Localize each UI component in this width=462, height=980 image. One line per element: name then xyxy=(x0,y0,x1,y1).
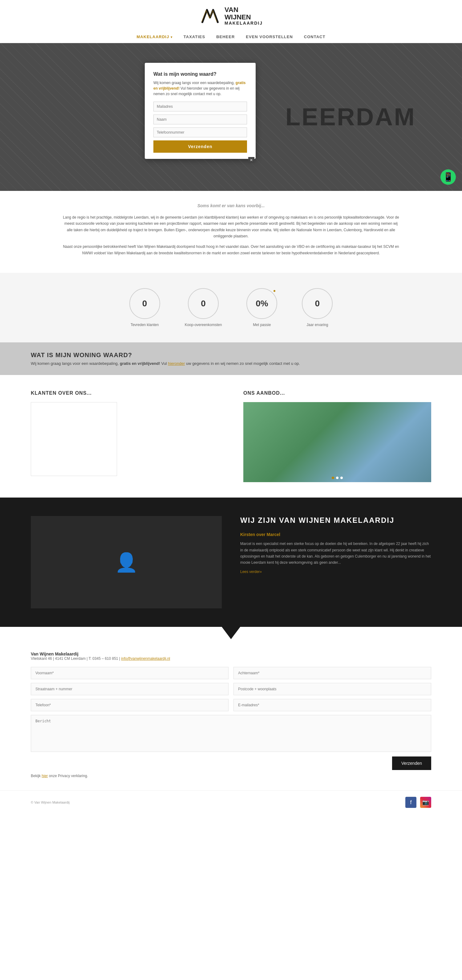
site-header: VAN WIJNEN MAKELAARDIJ MAKELAARDIJ ▾ TAX… xyxy=(0,0,462,43)
email-input[interactable] xyxy=(233,699,431,711)
modal-submit-button[interactable]: Verzenden xyxy=(153,140,247,153)
logo-wijnen: WIJNEN xyxy=(225,14,263,21)
company-email-link[interactable]: info@vanwijnenmakelaardij.nl xyxy=(121,656,170,661)
stat-circle-jaar: 0 xyxy=(302,288,333,319)
whatsapp-icon: 📱 xyxy=(443,172,454,182)
facebook-icon[interactable]: f xyxy=(405,797,416,808)
nav-even-voorstellen[interactable]: EVEN VOORSTELLEN xyxy=(246,35,293,39)
stat-circle-tevreden: 0 xyxy=(129,288,160,319)
straatnaam-input[interactable] xyxy=(31,683,229,695)
company-info: Van Wijnen Makelaardij Vlietskant 46 | 4… xyxy=(31,651,431,661)
footer-form-section: Van Wijnen Makelaardij Vlietskant 46 | 4… xyxy=(0,639,462,790)
bericht-textarea[interactable] xyxy=(31,715,431,752)
stats-section: 0 Tevreden klanten 0 Koop-overeenkomsten… xyxy=(0,273,462,342)
stat-circle-passie: 0% xyxy=(246,288,277,319)
whatsapp-button[interactable]: 📱 xyxy=(440,169,456,185)
review-box xyxy=(31,402,117,476)
privacy-text: Bekijk hier onze Privacy verklaring. xyxy=(31,774,431,778)
image-dots xyxy=(332,477,343,479)
company-address: Vlietskant 46 | 4141 CM Leerdam | T: 034… xyxy=(31,656,431,661)
facebook-logo: f xyxy=(410,799,411,806)
nav-taxaties[interactable]: TAXATIES xyxy=(183,35,205,39)
instagram-icon[interactable]: 📷 xyxy=(420,797,431,808)
submit-row: Verzenden xyxy=(31,756,431,770)
van-wijnen-body: Marcel is een specialist met een sterke … xyxy=(240,541,431,566)
modal-description: Wij komen graag langs voor een waardebep… xyxy=(153,80,247,97)
main-nav: MAKELAARDIJ ▾ TAXATIES BEHEER EVEN VOORS… xyxy=(137,31,325,43)
modal-email-input[interactable] xyxy=(153,102,247,111)
stat-label-passie: Met passie xyxy=(253,323,271,327)
van-wijnen-read-more[interactable]: Lees verder» xyxy=(240,570,262,574)
property-image xyxy=(243,402,431,482)
klanten-column: KLANTEN OVER ONS... xyxy=(31,390,231,482)
stat-label-jaar: Jaar ervaring xyxy=(306,323,328,327)
woning-banner-text: Wij komen graag langs voor een waardebep… xyxy=(31,361,431,366)
woning-banner-title: WAT IS MIJN WONING WAARD? xyxy=(31,352,431,359)
img-dot-3[interactable] xyxy=(340,477,343,479)
stat-circle-koop: 0 xyxy=(188,288,219,319)
stat-koop: 0 Koop-overeenkomsten xyxy=(185,288,222,327)
form-submit-button[interactable]: Verzenden xyxy=(392,756,431,770)
logo[interactable]: VAN WIJNEN MAKELAARDIJ xyxy=(199,6,263,26)
logo-makelaardij: MAKELAARDIJ xyxy=(225,21,263,25)
triangle-section xyxy=(0,627,462,639)
stat-passie: 0% Met passie xyxy=(246,288,277,327)
stat-jaar: 0 Jaar ervaring xyxy=(302,288,333,327)
name-row xyxy=(31,667,431,679)
intro-subtitle: Soms komt er van kans voorbij... xyxy=(62,203,400,208)
privacy-link[interactable]: hier xyxy=(41,774,48,778)
achternaam-input[interactable] xyxy=(233,667,431,679)
klanten-aanbod-section: KLANTEN OVER ONS... ONS AANBOD... xyxy=(0,375,462,498)
logo-icon xyxy=(199,7,221,25)
van-wijnen-right: WIJ ZIJN VAN WIJNEN MAKELAARDIJ Kirsten … xyxy=(240,516,431,608)
telefoon-input[interactable] xyxy=(31,699,229,711)
modal-close-button[interactable]: ✕ xyxy=(248,157,255,163)
company-name: Van Wijnen Makelaardij xyxy=(31,651,431,656)
van-wijnen-section: 👤 WIJ ZIJN VAN WIJNEN MAKELAARDIJ Kirste… xyxy=(0,498,462,627)
woning-banner: WAT IS MIJN WONING WAARD? Wij komen graa… xyxy=(0,342,462,375)
property-image-inner xyxy=(243,402,431,482)
logo-van: VAN xyxy=(225,6,263,14)
triangle-pointer xyxy=(222,627,240,639)
hero-section: LEERDAM Wat is mijn woning waard? Wij ko… xyxy=(0,43,462,191)
modal-name-input[interactable] xyxy=(153,115,247,124)
modal-phone-input[interactable] xyxy=(153,127,247,137)
address-row xyxy=(31,683,431,695)
img-dot-2[interactable] xyxy=(336,477,338,479)
social-icons: f 📷 xyxy=(405,797,431,808)
contact-row xyxy=(31,699,431,711)
stat-tevreden: 0 Tevreden klanten xyxy=(129,288,160,327)
instagram-logo: 📷 xyxy=(422,799,429,806)
modal-title: Wat is mijn woning waard? xyxy=(153,72,247,77)
van-wijnen-subtitle: Kirsten over Marcel xyxy=(240,532,431,537)
intro-para1: Lang de regio is het prachtige, middelgr… xyxy=(62,214,400,240)
nav-makelaardij[interactable]: MAKELAARDIJ ▾ xyxy=(137,35,172,39)
stat-label-tevreden: Tevreden klanten xyxy=(131,323,159,327)
person-image-placeholder: 👤 xyxy=(31,516,222,608)
valuation-modal: Wat is mijn woning waard? Wij komen graa… xyxy=(145,63,256,159)
aanbod-column: ONS AANBOD... xyxy=(231,390,431,482)
aanbod-title: ONS AANBOD... xyxy=(243,390,431,396)
klanten-title: KLANTEN OVER ONS... xyxy=(31,390,219,396)
nav-contact[interactable]: CONTACT xyxy=(304,35,325,39)
img-dot-1[interactable] xyxy=(332,477,334,479)
postcode-input[interactable] xyxy=(233,683,431,695)
intro-para2: Naast onze persoonlijke betrokkenheid he… xyxy=(62,243,400,256)
nav-beheer[interactable]: BEHEER xyxy=(216,35,235,39)
van-wijnen-left: 👤 xyxy=(31,516,222,608)
woning-banner-link[interactable]: hieronder xyxy=(168,361,185,366)
stat-label-koop: Koop-overeenkomsten xyxy=(185,323,222,327)
voornaam-input[interactable] xyxy=(31,667,229,679)
van-wijnen-title: WIJ ZIJN VAN WIJNEN MAKELAARDIJ xyxy=(240,516,431,525)
modal-overlay: Wat is mijn woning waard? Wij komen graa… xyxy=(0,43,462,191)
bottom-footer: © Van Wijnen Makelaardij f 📷 xyxy=(0,790,462,814)
intro-section: Soms komt er van kans voorbij... Lang de… xyxy=(0,191,462,273)
copyright-text: © Van Wijnen Makelaardij xyxy=(31,800,70,804)
